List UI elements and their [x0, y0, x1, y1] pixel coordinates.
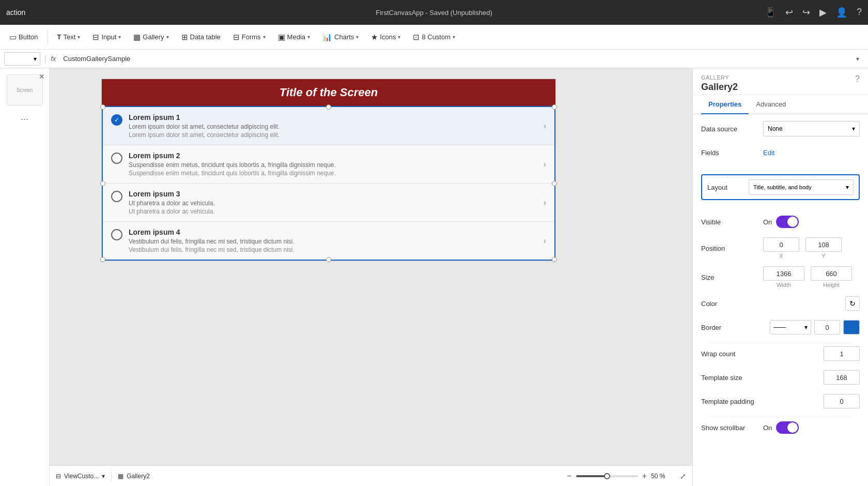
- charts-icon: 📊: [322, 33, 332, 42]
- item-4-title: Lorem ipsum 4: [129, 228, 546, 236]
- screen-name: ViewCusto...: [64, 473, 99, 480]
- input-tool[interactable]: ⊟ Input ▾: [87, 31, 126, 44]
- forms-icon: ⊟: [233, 33, 240, 42]
- button-tool[interactable]: ▭ Button: [4, 31, 43, 44]
- border-style-dropdown[interactable]: —— ▾: [770, 320, 811, 335]
- handle-middle-right[interactable]: [552, 181, 557, 186]
- screen-title-bar: Title of the Screen: [102, 79, 555, 106]
- visible-toggle[interactable]: [776, 216, 799, 228]
- handle-middle-left[interactable]: [100, 181, 105, 186]
- bottom-bar: ⊟ ViewCusto... ▾ ▦ Gallery2 − + 50 % ⤢: [50, 465, 692, 486]
- handle-bottom-left[interactable]: [100, 257, 105, 262]
- datatable-tool[interactable]: ⊞ Data table: [176, 31, 226, 44]
- zoom-slider[interactable]: [576, 475, 638, 477]
- position-y-input[interactable]: [805, 237, 842, 252]
- datatable-icon: ⊞: [181, 33, 188, 42]
- item-3-body: Ut pharetra a dolor ac vehicula.: [129, 208, 546, 215]
- app-center-title: FirstCanvasApp - Saved (Unpublished): [376, 9, 492, 17]
- gallery-tool[interactable]: ▦ Gallery ▾: [128, 31, 174, 44]
- close-icon[interactable]: ✕: [39, 72, 45, 81]
- template-size-input[interactable]: [824, 370, 860, 385]
- layout-chevron: ▾: [846, 184, 849, 191]
- item-4-check[interactable]: [111, 229, 122, 240]
- zoom-value: 50 %: [651, 473, 672, 480]
- text-tool[interactable]: T Text ▾: [52, 31, 86, 43]
- zoom-minus-button[interactable]: −: [567, 472, 571, 481]
- media-tool[interactable]: ▣ Media ▾: [273, 31, 315, 44]
- section-divider-1: [709, 343, 851, 343]
- tab-advanced[interactable]: Advanced: [749, 95, 793, 114]
- handle-top-center[interactable]: [326, 104, 331, 110]
- formula-value[interactable]: CustomGallerySample: [60, 54, 847, 64]
- item-1-check[interactable]: ✓: [111, 114, 122, 126]
- gallery-selection-box[interactable]: ✓ Lorem ipsum 1 Lorem ipsum dolor sit am…: [102, 106, 555, 261]
- icons-tool[interactable]: ★ Icons ▾: [366, 31, 406, 44]
- gallery-section-label: GALLERY: [701, 74, 860, 81]
- color-label: Color: [701, 300, 763, 308]
- handle-bottom-right[interactable]: [552, 257, 557, 262]
- tab-properties[interactable]: Properties: [701, 95, 749, 114]
- custom-chevron: ▾: [453, 34, 455, 40]
- toggle-knob: [787, 217, 798, 227]
- zoom-plus-button[interactable]: +: [642, 472, 647, 481]
- border-color-swatch[interactable]: [843, 320, 860, 335]
- user-icon[interactable]: 👤: [836, 7, 847, 18]
- screen-icon: ⊟: [56, 473, 61, 480]
- phone-icon[interactable]: 📱: [765, 7, 776, 18]
- input-icon: ⊟: [92, 33, 99, 42]
- template-padding-input[interactable]: [824, 394, 860, 408]
- gallery-item-2[interactable]: Lorem ipsum 2 Suspendisse enim metus, ti…: [103, 145, 554, 184]
- size-height-input[interactable]: [811, 266, 852, 281]
- position-y-group: Y: [805, 237, 842, 259]
- gallery-bar-name: Gallery2: [127, 473, 150, 480]
- help-icon[interactable]: ?: [855, 74, 860, 84]
- undo-icon[interactable]: ↩: [785, 7, 793, 18]
- visible-label: Visible: [701, 218, 763, 226]
- item-2-title: Lorem ipsum 2: [129, 151, 546, 160]
- handle-top-right[interactable]: [552, 104, 557, 110]
- help-icon[interactable]: ?: [857, 7, 862, 18]
- handle-top-left[interactable]: [100, 104, 105, 110]
- charts-tool[interactable]: 📊 Charts ▾: [317, 31, 364, 44]
- play-icon[interactable]: ▶: [819, 7, 827, 18]
- layout-dropdown[interactable]: Title, subtitle, and body ▾: [749, 179, 854, 195]
- more-options[interactable]: ...: [21, 112, 28, 123]
- fx-label: fx: [51, 55, 56, 63]
- scrollbar-toggle[interactable]: [776, 421, 799, 434]
- data-source-row: Data source None ▾: [701, 120, 860, 137]
- handle-bottom-center[interactable]: [326, 257, 331, 262]
- gallery-item-4[interactable]: Lorem ipsum 4 Vestibulum dui felis, frin…: [103, 222, 554, 260]
- fields-edit-link[interactable]: Edit: [763, 149, 774, 157]
- color-refresh-button[interactable]: ↻: [845, 296, 860, 311]
- size-width-input[interactable]: [763, 266, 804, 281]
- gallery-item-3[interactable]: Lorem ipsum 3 Ut pharetra a dolor ac veh…: [103, 184, 554, 222]
- formula-expand[interactable]: ▾: [851, 53, 864, 65]
- gallery-selector[interactable]: ▦ Gallery2: [118, 473, 150, 480]
- forms-tool[interactable]: ⊟ Forms ▾: [228, 31, 271, 44]
- wrap-count-input[interactable]: [824, 346, 860, 361]
- left-panel: ✕ Screen ...: [0, 68, 50, 486]
- item-2-check[interactable]: [111, 153, 122, 164]
- size-width-group: Width: [763, 266, 804, 288]
- visible-row: Visible On: [701, 214, 860, 230]
- color-row: Color ↻: [701, 295, 860, 312]
- data-source-dropdown[interactable]: None ▾: [763, 121, 860, 136]
- custom-tool[interactable]: ⊡ 8 Custom ▾: [408, 31, 460, 44]
- top-bar: action FirstCanvasApp - Saved (Unpublish…: [0, 0, 868, 25]
- item-3-subtitle: Ut pharetra a dolor ac vehicula.: [129, 200, 546, 207]
- formula-scope-dropdown[interactable]: ▾: [4, 52, 40, 66]
- zoom-slider-thumb[interactable]: [604, 473, 610, 479]
- expand-icon[interactable]: ⤢: [680, 472, 686, 480]
- screen-selector[interactable]: ⊟ ViewCusto... ▾: [56, 473, 105, 480]
- screen-title: Title of the Screen: [280, 86, 378, 99]
- item-3-check[interactable]: [111, 191, 122, 202]
- redo-icon[interactable]: ↪: [802, 7, 810, 18]
- item-1-arrow: ›: [544, 122, 546, 131]
- border-width-input[interactable]: [814, 320, 840, 335]
- screen-thumbnail[interactable]: Screen: [7, 74, 43, 105]
- position-x-input[interactable]: [763, 237, 799, 252]
- button-icon: ▭: [9, 33, 17, 42]
- item-4-body: Vestibulum dui felis, fringilla nec mi s…: [129, 246, 546, 253]
- gallery-item-1[interactable]: ✓ Lorem ipsum 1 Lorem ipsum dolor sit am…: [103, 107, 554, 145]
- item-1-subtitle: Lorem ipsum dolor sit amet, consectetur …: [129, 123, 546, 130]
